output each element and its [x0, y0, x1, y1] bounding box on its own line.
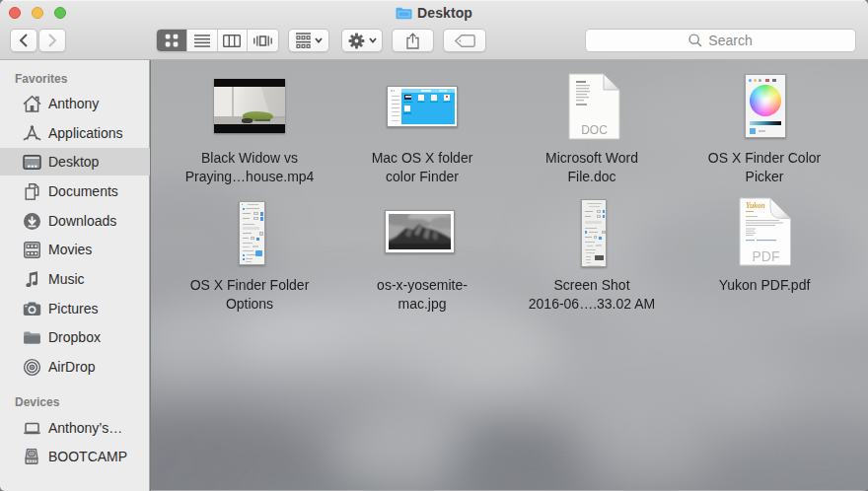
svg-text:Yukon: Yukon — [746, 201, 765, 210]
svg-text:PDF: PDF — [753, 248, 780, 264]
svg-text:DOC: DOC — [581, 123, 608, 137]
